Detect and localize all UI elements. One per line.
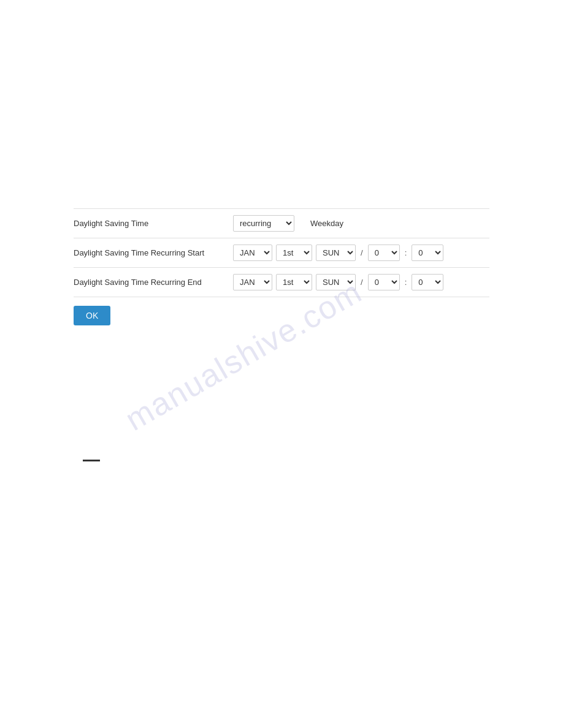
start-month-select[interactable]: JANFEBMARAPR MAYJUNJULAUG SEPOCTNOVDEC: [233, 245, 272, 261]
ok-button[interactable]: OK: [74, 306, 110, 325]
end-hour-select[interactable]: 01234 56789 1011121314 1516171819 202122…: [368, 274, 400, 290]
end-day-select[interactable]: SUNMONTUEWED THUFRISAT: [316, 274, 356, 290]
end-separator-colon: :: [404, 278, 408, 287]
end-week-select[interactable]: 1st2nd3rd4thLast: [276, 274, 312, 290]
weekday-label: Weekday: [310, 219, 343, 228]
page-container: manualshive.com Daylight Saving Time rec…: [0, 0, 563, 728]
ok-row: OK: [74, 297, 489, 334]
content-area: Daylight Saving Time recurring fixed Wee…: [0, 0, 563, 334]
start-week-select[interactable]: 1st2nd3rd4thLast: [276, 245, 312, 261]
end-month-select[interactable]: JANFEBMARAPR MAYJUNJULAUG SEPOCTNOVDEC: [233, 274, 272, 290]
recurring-select[interactable]: recurring fixed: [233, 215, 294, 232]
dst-type-row: Daylight Saving Time recurring fixed Wee…: [74, 209, 489, 238]
start-minute-select[interactable]: 05101520 2530354045 5055: [412, 245, 443, 261]
start-separator-colon: :: [404, 248, 408, 257]
dst-start-row: Daylight Saving Time Recurring Start JAN…: [74, 238, 489, 268]
start-hour-select[interactable]: 01234 56789 1011121314 1516171819 202122…: [368, 245, 400, 261]
start-day-select[interactable]: SUNMONTUEWED THUFRISAT: [316, 245, 356, 261]
start-separator-slash: /: [359, 248, 364, 257]
form-table: Daylight Saving Time recurring fixed Wee…: [74, 208, 489, 297]
dash-mark: [83, 460, 100, 461]
dst-end-controls: JANFEBMARAPR MAYJUNJULAUG SEPOCTNOVDEC 1…: [233, 274, 489, 290]
dst-start-label: Daylight Saving Time Recurring Start: [74, 238, 233, 268]
dst-end-row: Daylight Saving Time Recurring End JANFE…: [74, 268, 489, 297]
dst-start-controls: JANFEBMARAPR MAYJUNJULAUG SEPOCTNOVDEC 1…: [233, 245, 489, 261]
dst-start-value: JANFEBMARAPR MAYJUNJULAUG SEPOCTNOVDEC 1…: [233, 238, 489, 268]
dst-end-label: Daylight Saving Time Recurring End: [74, 268, 233, 297]
dst-end-value: JANFEBMARAPR MAYJUNJULAUG SEPOCTNOVDEC 1…: [233, 268, 489, 297]
end-separator-slash: /: [359, 278, 364, 287]
dst-type-label: Daylight Saving Time: [74, 209, 233, 238]
end-minute-select[interactable]: 05101520 2530354045 5055: [412, 274, 443, 290]
dst-type-value: recurring fixed Weekday: [233, 209, 489, 238]
dst-type-controls: recurring fixed Weekday: [233, 215, 489, 232]
